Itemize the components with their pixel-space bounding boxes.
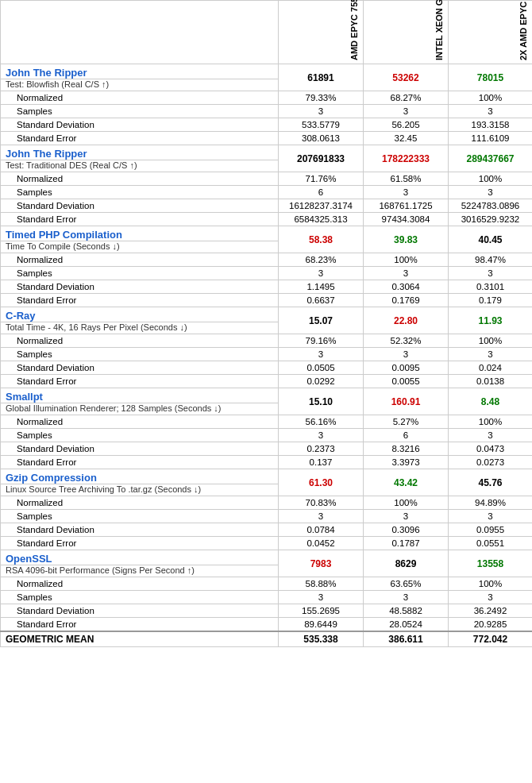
geometric-mean-row: Geometric Mean535.338386.611772.042 (1, 631, 533, 647)
row-val-smallpt-3-col3: 0.0273 (449, 456, 533, 469)
row-label-smallpt-3: Standard Error (1, 456, 279, 469)
section-title-openssl: OpenSSL7983862913558 (1, 550, 533, 565)
row-val-gzip-3-col3: 0.0551 (449, 537, 533, 550)
section-name-jtr2: John The Ripper (6, 148, 87, 160)
benchmark-table: AMD EPYC 7551 32-CORE INTEL XEON GOLD 61… (0, 0, 532, 647)
section-value-gzip-col3: 45.76 (449, 469, 533, 496)
section-title-gzip: Gzip Compression61.3043.4245.76 (1, 469, 533, 484)
row-val-gzip-2-col2: 0.3096 (364, 523, 449, 537)
data-row-smallpt-0: Normalized56.16%5.27%100% (1, 415, 533, 429)
data-row-jtr1-2: Standard Deviation533.577956.205193.3158 (1, 118, 533, 132)
row-val-smallpt-1-col3: 3 (449, 429, 533, 442)
data-row-timed-php-1: Samples333 (1, 267, 533, 280)
row-val-jtr1-2-col2: 56.205 (364, 118, 449, 132)
row-val-jtr2-1-col1: 6 (279, 186, 364, 199)
row-val-smallpt-0-col2: 5.27% (364, 415, 449, 429)
row-val-openssl-1-col1: 3 (279, 591, 364, 604)
section-title-jtr2: John The Ripper2076918331782223332894376… (1, 145, 533, 160)
header-empty (1, 1, 279, 64)
row-val-openssl-2-col2: 48.5882 (364, 604, 449, 618)
row-label-openssl-0: Normalized (1, 577, 279, 591)
section-value-gzip-col1: 61.30 (279, 469, 364, 496)
row-val-jtr2-0-col2: 61.58% (364, 172, 449, 186)
data-row-cray-1: Samples333 (1, 348, 533, 361)
row-val-jtr1-2-col3: 193.3158 (449, 118, 533, 132)
section-value-cray-col2: 22.80 (364, 307, 449, 334)
row-label-cray-1: Samples (1, 348, 279, 361)
data-row-cray-0: Normalized79.16%52.32%100% (1, 334, 533, 348)
section-value-openssl-col2: 8629 (364, 550, 449, 577)
row-val-jtr2-3-col3: 3016529.9232 (449, 213, 533, 226)
row-val-timed-php-1-col3: 3 (449, 267, 533, 280)
data-row-jtr1-1: Samples333 (1, 105, 533, 118)
section-name-cray: C-Ray (6, 310, 36, 322)
section-title-smallpt: Smallpt15.10160.918.48 (1, 388, 533, 403)
section-subtitle-text-openssl: RSA 4096-bit Performance (Signs Per Seco… (6, 565, 195, 575)
row-val-cray-1-col3: 3 (449, 348, 533, 361)
row-val-openssl-3-col3: 20.9285 (449, 618, 533, 632)
row-label-jtr2-1: Samples (1, 186, 279, 199)
section-title-timed-php: Timed PHP Compilation58.3839.8340.45 (1, 226, 533, 241)
data-row-jtr2-0: Normalized71.76%61.58%100% (1, 172, 533, 186)
row-label-smallpt-0: Normalized (1, 415, 279, 429)
row-val-openssl-3-col2: 28.0524 (364, 618, 449, 632)
row-val-openssl-2-col3: 36.2492 (449, 604, 533, 618)
section-value-smallpt-col2: 160.91 (364, 388, 449, 415)
row-val-cray-3-col2: 0.0055 (364, 375, 449, 388)
data-row-jtr2-2: Standard Deviation16128237.3174168761.17… (1, 199, 533, 213)
row-label-cray-2: Standard Deviation (1, 361, 279, 375)
data-row-openssl-1: Samples333 (1, 591, 533, 604)
row-val-gzip-0-col1: 70.83% (279, 496, 364, 510)
row-val-jtr1-2-col1: 533.5779 (279, 118, 364, 132)
row-val-gzip-0-col3: 94.89% (449, 496, 533, 510)
row-label-openssl-3: Standard Error (1, 618, 279, 632)
row-val-gzip-2-col3: 0.0955 (449, 523, 533, 537)
row-label-timed-php-1: Samples (1, 267, 279, 280)
row-val-gzip-2-col1: 0.0784 (279, 523, 364, 537)
section-name-timed-php: Timed PHP Compilation (6, 229, 122, 241)
section-subtitle-text-gzip: Linux Source Tree Archiving To .tar.gz (… (6, 484, 201, 494)
row-val-jtr2-0-col3: 100% (449, 172, 533, 186)
row-val-cray-3-col3: 0.0138 (449, 375, 533, 388)
row-val-timed-php-0-col2: 100% (364, 253, 449, 267)
data-row-smallpt-1: Samples363 (1, 429, 533, 442)
row-val-cray-1-col1: 3 (279, 348, 364, 361)
row-val-cray-2-col1: 0.0505 (279, 361, 364, 375)
row-val-smallpt-3-col1: 0.137 (279, 456, 364, 469)
row-val-cray-0-col2: 52.32% (364, 334, 449, 348)
geometric-mean-col2: 386.611 (364, 631, 449, 647)
data-row-smallpt-3: Standard Error0.1373.39730.0273 (1, 456, 533, 469)
geometric-mean-col1: 535.338 (279, 631, 364, 647)
section-title-cray: C-Ray15.0722.8011.93 (1, 307, 533, 322)
data-row-gzip-1: Samples333 (1, 510, 533, 523)
row-label-gzip-1: Samples (1, 510, 279, 523)
row-val-timed-php-0-col1: 68.23% (279, 253, 364, 267)
row-val-smallpt-2-col2: 8.3216 (364, 442, 449, 456)
row-val-timed-php-3-col3: 0.179 (449, 294, 533, 307)
row-label-openssl-1: Samples (1, 591, 279, 604)
row-val-cray-2-col2: 0.0095 (364, 361, 449, 375)
data-row-timed-php-3: Standard Error0.66370.17690.179 (1, 294, 533, 307)
row-label-jtr1-2: Standard Deviation (1, 118, 279, 132)
section-value-jtr1-col1: 61891 (279, 64, 364, 91)
row-label-timed-php-0: Normalized (1, 253, 279, 267)
data-row-openssl-0: Normalized58.88%63.65%100% (1, 577, 533, 591)
row-val-jtr2-2-col3: 5224783.0896 (449, 199, 533, 213)
section-name-smallpt: Smallpt (6, 391, 43, 403)
row-label-jtr2-0: Normalized (1, 172, 279, 186)
row-val-gzip-1-col2: 3 (364, 510, 449, 523)
section-value-smallpt-col1: 15.10 (279, 388, 364, 415)
row-val-cray-2-col3: 0.024 (449, 361, 533, 375)
section-value-openssl-col1: 7983 (279, 550, 364, 577)
row-val-gzip-3-col1: 0.0452 (279, 537, 364, 550)
row-label-openssl-2: Standard Deviation (1, 604, 279, 618)
row-val-smallpt-1-col1: 3 (279, 429, 364, 442)
section-value-jtr1-col2: 53262 (364, 64, 449, 91)
data-row-jtr1-3: Standard Error308.061332.45111.6109 (1, 132, 533, 145)
section-value-jtr1-col3: 78015 (449, 64, 533, 91)
row-val-cray-0-col3: 100% (449, 334, 533, 348)
section-subtitle-text-smallpt: Global Illumination Renderer; 128 Sample… (6, 403, 221, 413)
row-val-smallpt-2-col3: 0.0473 (449, 442, 533, 456)
row-val-openssl-0-col1: 58.88% (279, 577, 364, 591)
section-subtitle-text-cray: Total Time - 4K, 16 Rays Per Pixel (Seco… (6, 322, 187, 332)
